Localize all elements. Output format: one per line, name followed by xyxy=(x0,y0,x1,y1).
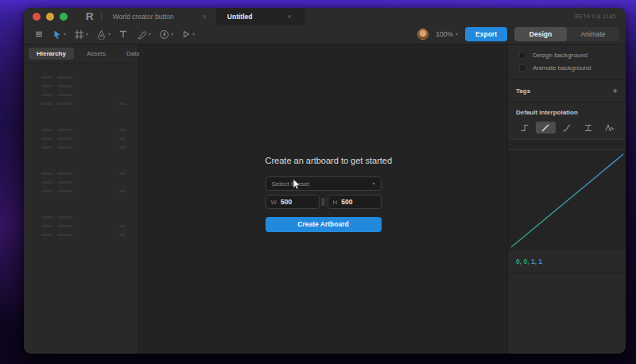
interpolation-type-buttons xyxy=(508,122,626,134)
interp-linear-button[interactable] xyxy=(536,122,556,134)
create-artboard-panel: Create an artboard to get started Select… xyxy=(266,156,382,232)
dimension-row: W H xyxy=(266,195,382,209)
chevron-down-icon[interactable]: ▾ xyxy=(64,32,66,37)
width-input[interactable] xyxy=(281,198,313,206)
color-swatch[interactable] xyxy=(519,52,526,59)
text-tool-icon xyxy=(118,29,128,39)
chevron-down-icon[interactable]: ▾ xyxy=(108,32,111,37)
hierarchy-ghost-row xyxy=(41,143,138,152)
bolt-circle-icon xyxy=(159,29,169,40)
hierarchy-ghost-row xyxy=(41,99,138,108)
hierarchy-ghost-row xyxy=(41,126,138,134)
user-avatar[interactable] xyxy=(417,29,429,40)
toolbar: ▾ ▾ ▾ xyxy=(24,25,626,45)
interpolation-value-start: 0, 0, xyxy=(516,258,531,265)
canvas-area[interactable]: Create an artboard to get started Select… xyxy=(139,45,507,354)
design-mode-tab[interactable]: Design xyxy=(514,27,567,41)
text-tool[interactable] xyxy=(116,28,130,41)
hierarchy-ghost-row xyxy=(41,178,138,187)
hierarchy-ghost-row xyxy=(41,187,138,196)
hold-icon xyxy=(519,123,530,133)
cubic-icon xyxy=(583,123,594,133)
titlebar: R World creator button × Untitled × BETA… xyxy=(24,8,626,25)
app-window: R World creator button × Untitled × BETA… xyxy=(24,8,626,354)
play-tool[interactable]: ▾ xyxy=(179,28,197,41)
interp-cubic-button[interactable] xyxy=(578,122,598,134)
zoom-control[interactable]: 100% ▾ xyxy=(436,30,458,38)
design-background-row[interactable]: Design background xyxy=(519,52,618,59)
linear-icon xyxy=(540,123,551,133)
knife-tool[interactable]: ▾ xyxy=(134,28,153,41)
hierarchy-ghost-row xyxy=(41,213,138,222)
chevron-down-icon[interactable]: ▾ xyxy=(149,32,151,37)
close-window-button[interactable] xyxy=(33,13,41,21)
tab-world-creator-button[interactable]: World creator button × xyxy=(102,8,216,25)
tab-label: World creator button xyxy=(113,13,174,21)
design-background-label: Design background xyxy=(533,52,588,59)
animate-background-label: Animate background xyxy=(533,64,591,72)
animate-background-row[interactable]: Animate background xyxy=(519,64,618,72)
artboard-icon xyxy=(74,29,84,40)
tags-section: Tags + xyxy=(508,80,626,102)
select-tool[interactable]: ▾ xyxy=(49,28,68,41)
triggers-tool[interactable]: ▾ xyxy=(157,28,176,41)
tab-label: Untitled xyxy=(227,13,253,21)
close-tab-icon[interactable]: × xyxy=(285,13,293,21)
chevron-down-icon[interactable]: ▾ xyxy=(171,32,173,37)
add-tag-button[interactable]: + xyxy=(613,87,618,95)
chevron-down-icon[interactable]: ▾ xyxy=(192,32,195,37)
window-controls xyxy=(24,13,75,21)
width-field[interactable]: W xyxy=(266,195,320,209)
elastic-icon xyxy=(604,123,615,133)
interp-ease-button[interactable] xyxy=(557,122,577,134)
mouse-cursor xyxy=(293,179,302,194)
color-swatch[interactable] xyxy=(519,64,526,72)
sidebar-tabs: Hierarchy Assets Data xyxy=(24,45,138,64)
tags-title: Tags xyxy=(516,87,530,95)
height-field[interactable]: H xyxy=(328,195,382,209)
interpolation-value: 0, 0, 1, 1 xyxy=(508,250,626,273)
hierarchy-ghost-row xyxy=(41,82,138,91)
animate-mode-tab[interactable]: Animate xyxy=(567,27,619,41)
tab-hierarchy[interactable]: Hierarchy xyxy=(29,48,74,60)
minimize-window-button[interactable] xyxy=(46,13,54,21)
link-dimensions-toggle[interactable] xyxy=(320,198,328,206)
beta-version-label: BETA 0.8.3185 xyxy=(575,14,626,19)
interpolation-value-end: 1, 1 xyxy=(531,258,542,265)
chevron-down-icon[interactable]: ▾ xyxy=(86,32,88,37)
interp-hold-button[interactable] xyxy=(514,122,534,134)
tab-untitled[interactable]: Untitled × xyxy=(216,8,304,25)
select-cursor-icon xyxy=(52,29,62,40)
play-icon xyxy=(181,29,191,39)
interpolation-curve-editor[interactable] xyxy=(508,139,626,250)
ease-curve-icon xyxy=(561,123,572,133)
tab-assets[interactable]: Assets xyxy=(79,48,114,60)
export-button[interactable]: Export xyxy=(465,27,507,41)
rive-logo: R xyxy=(73,11,103,22)
create-artboard-button[interactable]: Create Artboard xyxy=(266,217,382,232)
hierarchy-ghost-row xyxy=(41,230,138,239)
divider xyxy=(508,273,626,273)
interpolation-title: Default Interpolation xyxy=(516,109,618,116)
create-artboard-title: Create an artboard to get started xyxy=(266,156,382,165)
pen-tool[interactable]: ▾ xyxy=(94,28,113,41)
hierarchy-ghost-row xyxy=(41,222,138,230)
preset-select-value: Select Preset xyxy=(272,180,373,188)
close-tab-icon[interactable]: × xyxy=(201,13,208,21)
hierarchy-sidebar: Hierarchy Assets Data xyxy=(24,45,139,354)
background-options: Design background Animate background xyxy=(508,45,626,79)
interp-elastic-button[interactable] xyxy=(599,122,619,134)
artboard-tool[interactable]: ▾ xyxy=(72,28,91,41)
interpolation-curve-line xyxy=(511,154,623,247)
menu-button[interactable] xyxy=(32,28,46,41)
link-icon xyxy=(321,198,325,206)
chevron-down-icon: ▾ xyxy=(456,32,458,37)
height-label: H xyxy=(333,199,338,206)
height-input[interactable] xyxy=(341,198,375,206)
preset-select[interactable]: Select Preset ▾ xyxy=(266,176,382,191)
default-interpolation-section: Default Interpolation xyxy=(508,103,626,354)
maximize-window-button[interactable] xyxy=(60,13,68,21)
hierarchy-ghost-row xyxy=(41,134,138,143)
width-label: W xyxy=(271,199,277,206)
inspector-panel: Design background Animate background Tag… xyxy=(507,45,626,354)
